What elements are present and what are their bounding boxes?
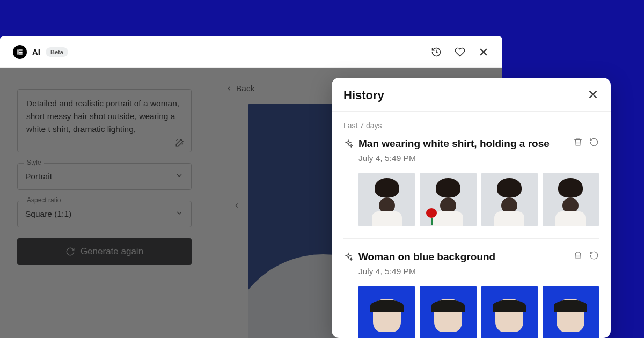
beta-badge: Beta <box>46 47 68 57</box>
thumbnail-row <box>358 173 599 226</box>
history-thumbnail[interactable] <box>358 286 415 339</box>
close-icon[interactable] <box>478 46 489 58</box>
app-name: AI <box>32 47 40 56</box>
history-thumbnail[interactable] <box>481 173 538 226</box>
history-entry-title[interactable]: Man wearing white shirt, holding a rose <box>358 137 568 150</box>
restore-icon[interactable] <box>589 137 599 149</box>
history-thumbnail[interactable] <box>543 173 599 226</box>
svg-rect-2 <box>19 51 23 52</box>
svg-rect-3 <box>19 53 23 54</box>
history-thumbnail[interactable] <box>481 286 538 339</box>
history-section-label: Last 7 days <box>343 121 599 130</box>
history-entry-time: July 4, 5:49 PM <box>358 153 568 163</box>
history-close-button[interactable] <box>587 89 599 102</box>
restore-icon[interactable] <box>589 251 599 262</box>
close-icon <box>587 89 599 100</box>
app-header: AI Beta <box>0 36 502 68</box>
svg-rect-0 <box>17 49 18 54</box>
heart-icon[interactable] <box>454 46 466 58</box>
history-header: History <box>332 78 611 112</box>
history-thumbnail[interactable] <box>420 173 476 226</box>
history-entry: Man wearing white shirt, holding a rose … <box>343 137 599 239</box>
history-entry-title[interactable]: Woman on blue background <box>358 251 568 263</box>
svg-rect-1 <box>19 49 23 50</box>
history-thumbnail[interactable] <box>543 286 599 339</box>
sparkle-icon <box>343 139 353 149</box>
thumbnail-row <box>358 286 599 339</box>
history-thumbnail[interactable] <box>358 173 415 226</box>
history-body: Last 7 days Man wearing white shirt, hol… <box>332 112 611 338</box>
history-icon[interactable] <box>430 46 442 58</box>
delete-icon[interactable] <box>573 137 583 149</box>
history-entry: Woman on blue background July 4, 5:49 PM <box>343 251 599 338</box>
history-panel: History Last 7 days Man wearing white sh… <box>332 78 611 338</box>
delete-icon[interactable] <box>573 251 583 262</box>
sparkle-icon <box>343 252 353 262</box>
history-entry-time: July 4, 5:49 PM <box>358 267 568 276</box>
history-thumbnail[interactable] <box>420 286 476 339</box>
history-title: History <box>343 89 384 102</box>
app-logo-icon <box>13 45 27 59</box>
